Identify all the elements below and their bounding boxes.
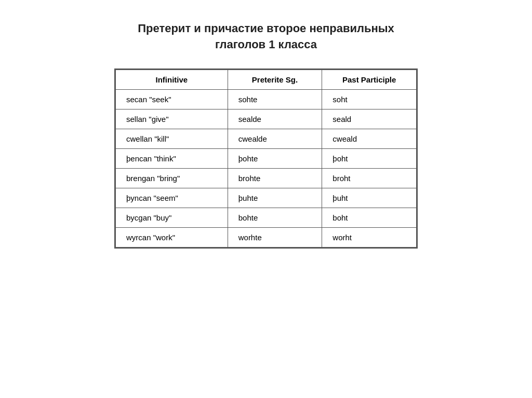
cell-1-0: sellan "give" xyxy=(116,109,228,129)
cell-4-2: broht xyxy=(322,168,417,188)
table-row: cwellan "kill"cwealdecweald xyxy=(116,129,417,148)
table-row: brengan "bring"brohtebroht xyxy=(116,168,417,188)
table-row: þencan "think"þohteþoht xyxy=(116,148,417,168)
col-header-preterite: Preterite Sg. xyxy=(228,70,322,89)
cell-3-1: þohte xyxy=(228,148,322,168)
cell-1-1: sealde xyxy=(228,109,322,129)
cell-4-0: brengan "bring" xyxy=(116,168,228,188)
cell-2-1: cwealde xyxy=(228,129,322,148)
table-row: sellan "give"sealdeseald xyxy=(116,109,417,129)
cell-6-2: boht xyxy=(322,208,417,227)
table-row: bycgan "buy"bohteboht xyxy=(116,208,417,227)
cell-2-2: cweald xyxy=(322,129,417,148)
verb-table: Infinitive Preterite Sg. Past Participle… xyxy=(115,70,417,248)
page-title: Претерит и причастие второе неправильных… xyxy=(138,21,394,53)
table-container: Infinitive Preterite Sg. Past Participle… xyxy=(114,68,418,249)
cell-5-2: þuht xyxy=(322,188,417,208)
cell-0-1: sohte xyxy=(228,89,322,109)
cell-7-2: worht xyxy=(322,227,417,247)
cell-0-0: secan "seek" xyxy=(116,89,228,109)
cell-5-0: þyncan "seem" xyxy=(116,188,228,208)
cell-1-2: seald xyxy=(322,109,417,129)
table-row: secan "seek"sohtesoht xyxy=(116,89,417,109)
cell-6-1: bohte xyxy=(228,208,322,227)
cell-2-0: cwellan "kill" xyxy=(116,129,228,148)
cell-3-2: þoht xyxy=(322,148,417,168)
col-header-past-participle: Past Participle xyxy=(322,70,417,89)
cell-7-0: wyrcan "work" xyxy=(116,227,228,247)
cell-4-1: brohte xyxy=(228,168,322,188)
table-row: þyncan "seem"þuhteþuht xyxy=(116,188,417,208)
col-header-infinitive: Infinitive xyxy=(116,70,228,89)
cell-7-1: worhte xyxy=(228,227,322,247)
table-header-row: Infinitive Preterite Sg. Past Participle xyxy=(116,70,417,89)
cell-3-0: þencan "think" xyxy=(116,148,228,168)
cell-0-2: soht xyxy=(322,89,417,109)
cell-6-0: bycgan "buy" xyxy=(116,208,228,227)
table-row: wyrcan "work"worhteworht xyxy=(116,227,417,247)
cell-5-1: þuhte xyxy=(228,188,322,208)
